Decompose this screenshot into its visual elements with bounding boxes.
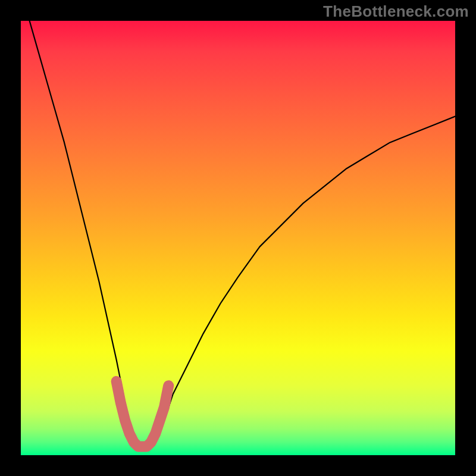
chart-frame: TheBottleneck.com — [0, 0, 476, 476]
watermark-text: TheBottleneck.com — [323, 2, 469, 21]
chart-svg — [21, 21, 455, 455]
plot-area — [21, 21, 455, 455]
main-curve — [30, 21, 455, 446]
highlight-segment — [117, 381, 169, 447]
